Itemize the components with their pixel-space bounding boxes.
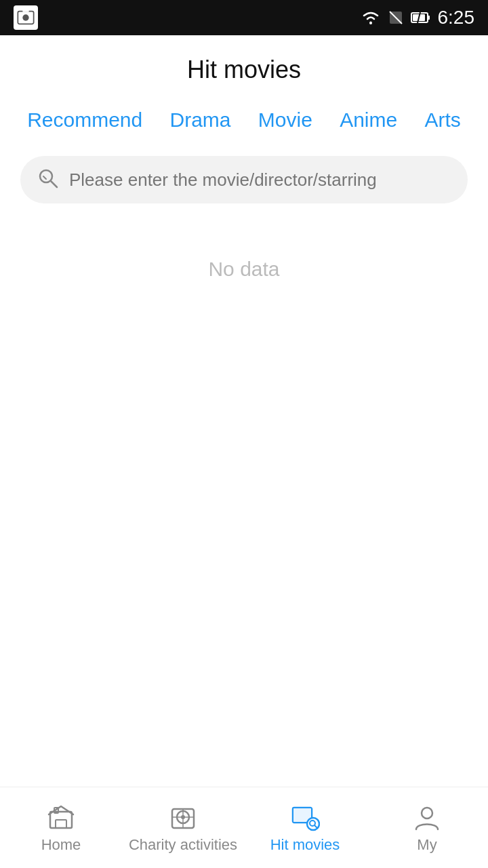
status-bar: 6:25 xyxy=(0,0,488,35)
page-title: Hit movies xyxy=(0,35,488,98)
tab-drama[interactable]: Drama xyxy=(162,104,239,136)
tab-movie[interactable]: Movie xyxy=(250,104,321,136)
bottom-nav: Home Charity activities H xyxy=(0,787,488,868)
main-content: Hit movies Recommend Drama Movie Anime A… xyxy=(0,35,488,787)
nav-item-hitmovies[interactable]: Hit movies xyxy=(244,787,366,868)
wifi-icon xyxy=(361,10,381,25)
charity-icon xyxy=(168,802,198,832)
category-tabs: Recommend Drama Movie Anime Arts xyxy=(0,98,488,149)
hitmovies-icon xyxy=(290,802,320,832)
svg-line-11 xyxy=(51,181,57,187)
home-icon xyxy=(46,802,76,832)
svg-rect-2 xyxy=(22,9,28,12)
nav-label-hitmovies: Hit movies xyxy=(270,836,340,854)
battery-icon xyxy=(411,11,431,24)
nav-label-home: Home xyxy=(41,836,81,854)
search-container xyxy=(0,149,488,217)
photo-icon xyxy=(14,5,38,30)
svg-line-12 xyxy=(43,176,46,179)
status-time: 6:25 xyxy=(438,7,475,28)
nav-label-my: My xyxy=(417,836,436,854)
tab-recommend[interactable]: Recommend xyxy=(19,104,150,136)
svg-point-3 xyxy=(369,22,372,24)
tab-arts[interactable]: Arts xyxy=(417,104,469,136)
svg-rect-7 xyxy=(428,16,430,20)
nav-item-charity[interactable]: Charity activities xyxy=(122,787,244,868)
status-bar-left xyxy=(14,5,38,30)
nav-item-my[interactable]: My xyxy=(366,787,488,868)
nav-label-charity: Charity activities xyxy=(129,836,237,854)
search-input[interactable] xyxy=(69,170,451,191)
svg-rect-15 xyxy=(56,820,66,828)
svg-point-27 xyxy=(422,808,432,818)
svg-point-1 xyxy=(22,14,28,20)
search-icon xyxy=(37,167,60,193)
no-data-text: No data xyxy=(208,258,279,281)
nav-item-home[interactable]: Home xyxy=(0,787,122,868)
sim-icon xyxy=(388,9,404,26)
no-data-container: No data xyxy=(0,217,488,787)
search-bar xyxy=(20,156,468,203)
status-bar-right: 6:25 xyxy=(361,7,475,28)
my-icon xyxy=(412,802,442,832)
tab-anime[interactable]: Anime xyxy=(331,104,405,136)
